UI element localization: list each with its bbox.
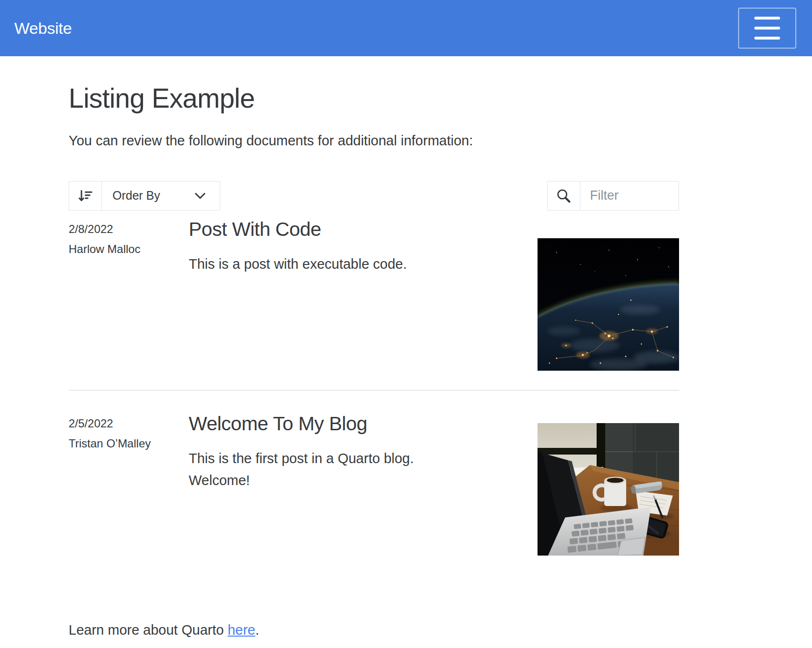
about-suffix: .: [255, 622, 259, 638]
listing-row-welcome-to-my-blog: 2/5/2022 Tristan O’Malley Welcome To My …: [69, 391, 679, 556]
page-title: Listing Example: [69, 82, 679, 114]
search-icon: [548, 182, 580, 210]
post-author: Harlow Malloc: [69, 242, 189, 256]
main-content: Listing Example You can review the follo…: [69, 82, 679, 638]
about-quarto-text: Learn more about Quarto here.: [69, 622, 679, 638]
post-metadata: 2/5/2022 Tristan O’Malley: [69, 413, 189, 556]
post-body: Welcome To My Blog This is the first pos…: [189, 413, 538, 556]
chevron-down-icon: [193, 182, 220, 210]
filter-box: [547, 181, 679, 211]
listing-row-post-with-code: 2/8/2022 Harlow Malloc Post With Code Th…: [69, 218, 679, 391]
post-description: This is a post with executable code.: [189, 253, 456, 275]
sort-amount-down-icon: [69, 182, 102, 210]
post-body: Post With Code This is a post with execu…: [189, 218, 538, 371]
post-title-link[interactable]: Post With Code: [189, 218, 509, 241]
quarto-link[interactable]: here: [228, 622, 255, 638]
about-prefix: Learn more about Quarto: [69, 622, 228, 638]
filter-input[interactable]: [580, 182, 679, 210]
listing: 2/8/2022 Harlow Malloc Post With Code Th…: [69, 218, 679, 556]
post-thumbnail-earth[interactable]: [538, 238, 679, 371]
navbar-brand[interactable]: Website: [14, 19, 72, 38]
intro-text: You can review the following documents f…: [69, 131, 679, 151]
post-thumbnail-desk[interactable]: [538, 423, 679, 556]
order-by-label: Order By: [102, 182, 193, 210]
post-date: 2/5/2022: [69, 416, 189, 431]
menu-toggle-button[interactable]: [738, 8, 796, 49]
post-author: Tristan O’Malley: [69, 436, 189, 451]
navbar: Website: [0, 0, 812, 56]
order-by-dropdown[interactable]: Order By: [69, 181, 220, 211]
post-title-link[interactable]: Welcome To My Blog: [189, 413, 509, 435]
post-metadata: 2/8/2022 Harlow Malloc: [69, 218, 189, 371]
post-date: 2/8/2022: [69, 222, 189, 236]
listing-toolbar: Order By: [69, 181, 679, 211]
post-description: This is the first post in a Quarto blog.…: [189, 447, 456, 492]
